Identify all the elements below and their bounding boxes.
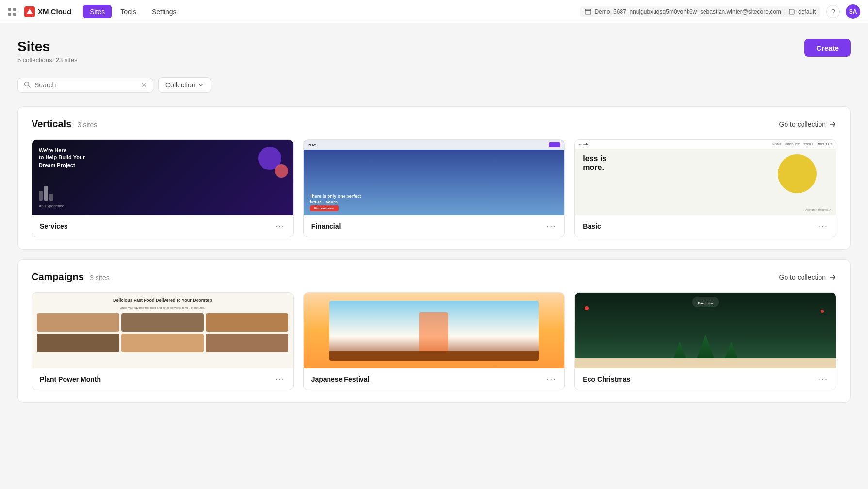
site-card-thumb-services: We're Hereto Help Build YourDream Projec… (32, 140, 293, 215)
svg-rect-5 (585, 9, 591, 14)
page-header: Sites 5 collections, 23 sites Create (17, 39, 851, 64)
site-card-ecochristmas[interactable]: Eochinins Eco Christmas (574, 292, 836, 390)
site-card-name-plant: Plant Power Month (40, 375, 101, 383)
search-input[interactable] (34, 81, 137, 89)
search-icon (24, 81, 31, 89)
site-card-menu-japanese[interactable]: ··· (546, 374, 557, 384)
site-card-menu-services[interactable]: ··· (275, 221, 285, 231)
logo-icon (24, 6, 35, 17)
page-body: Sites 5 collections, 23 sites Create ✕ C… (0, 23, 868, 428)
logo-label: XM Cloud (38, 7, 71, 16)
site-card-info-japanese: Japanese Festival ··· (304, 368, 565, 390)
site-card-menu-basic[interactable]: ··· (818, 221, 828, 231)
site-card-thumb-japanese (304, 293, 565, 368)
site-card-info-ecochristmas: Eco Christmas ··· (575, 368, 836, 390)
site-card-name-ecochristmas: Eco Christmas (583, 375, 630, 383)
topnav-links: Sites Tools Settings (83, 5, 183, 18)
svg-rect-9 (790, 12, 792, 12)
site-card-info-services: Services ··· (32, 215, 293, 237)
campaigns-cards-grid: Delicious Fast Food Delivered to Your Do… (32, 292, 836, 390)
section-title-verticals: Verticals (32, 118, 71, 129)
verticals-cards-grid: We're Hereto Help Build YourDream Projec… (32, 139, 836, 237)
goto-verticals[interactable]: Go to collection (779, 120, 837, 128)
collection-filter-button[interactable]: Collection (158, 77, 211, 93)
top-nav: XM Cloud Sites Tools Settings Demo_5687_… (0, 0, 868, 23)
page-title: Sites (17, 39, 78, 54)
default-icon (788, 8, 795, 15)
svg-line-11 (29, 85, 31, 87)
section-count-verticals: 3 sites (78, 121, 97, 129)
env-badge: Demo_5687_nnujgubxuqsq5m0vohk6w_sebastia… (580, 6, 820, 17)
section-title-group-campaigns: Campaigns 3 sites (32, 271, 110, 283)
site-card-services[interactable]: We're Hereto Help Build YourDream Projec… (32, 139, 294, 237)
site-card-info-basic: Basic ··· (575, 215, 836, 237)
page-title-group: Sites 5 collections, 23 sites (17, 39, 78, 64)
env-sep: | (784, 8, 786, 15)
site-card-name-services: Services (40, 222, 68, 230)
site-card-name-financial: Financial (311, 222, 341, 230)
goto-campaigns-label: Go to collection (779, 273, 826, 281)
page-subtitle: 5 collections, 23 sites (17, 56, 78, 64)
svg-marker-4 (27, 9, 33, 14)
svg-rect-8 (790, 11, 793, 11)
site-card-thumb-plant: Delicious Fast Food Delivered to Your Do… (32, 293, 293, 368)
logo: XM Cloud (24, 6, 71, 17)
site-card-thumb-financial: PLAY There is only one perfectfuture - y… (304, 140, 565, 215)
env-icon (585, 8, 591, 15)
chevron-down-icon (198, 82, 204, 88)
site-card-japanese[interactable]: Japanese Festival ··· (303, 292, 565, 390)
nav-settings[interactable]: Settings (145, 5, 183, 18)
site-card-basic[interactable]: mnmlst. HOME PRODUCT STORE ABOUT US (574, 139, 836, 237)
svg-rect-3 (13, 13, 16, 16)
create-button[interactable]: Create (804, 39, 851, 57)
avatar-initials: SA (849, 8, 857, 15)
nav-sites[interactable]: Sites (83, 5, 112, 18)
section-title-group-verticals: Verticals 3 sites (32, 118, 97, 130)
filter-bar: ✕ Collection (17, 77, 851, 93)
collection-filter-label: Collection (165, 81, 195, 89)
topnav-right: Demo_5687_nnujgubxuqsq5m0vohk6w_sebastia… (580, 4, 860, 19)
nav-tools[interactable]: Tools (114, 5, 143, 18)
svg-rect-0 (8, 8, 11, 11)
site-card-info-plant: Plant Power Month ··· (32, 368, 293, 390)
site-card-name-basic: Basic (583, 222, 601, 230)
section-title-campaigns: Campaigns (32, 271, 84, 282)
svg-rect-6 (585, 10, 591, 11)
section-header-verticals: Verticals 3 sites Go to collection (32, 118, 836, 130)
site-card-name-japanese: Japanese Festival (311, 375, 370, 383)
grid-menu-icon[interactable] (8, 7, 16, 16)
site-card-info-financial: Financial ··· (304, 215, 565, 237)
site-card-thumb-ecochristmas: Eochinins (575, 293, 836, 368)
help-button[interactable]: ? (826, 5, 840, 18)
svg-rect-2 (8, 13, 11, 16)
section-header-campaigns: Campaigns 3 sites Go to collection (32, 271, 836, 283)
clear-search-icon[interactable]: ✕ (141, 81, 147, 89)
arrow-right-icon (829, 120, 836, 128)
site-card-thumb-basic: mnmlst. HOME PRODUCT STORE ABOUT US (575, 140, 836, 215)
arrow-right-icon-campaigns (829, 273, 836, 281)
section-count-campaigns: 3 sites (90, 274, 109, 282)
user-avatar[interactable]: SA (846, 4, 860, 19)
default-label: default (798, 8, 816, 15)
site-card-menu-ecochristmas[interactable]: ··· (818, 374, 828, 384)
help-icon: ? (831, 8, 835, 16)
svg-rect-1 (13, 8, 16, 11)
site-card-menu-financial[interactable]: ··· (546, 221, 557, 231)
goto-verticals-label: Go to collection (779, 120, 826, 128)
search-wrap: ✕ (17, 78, 153, 93)
goto-campaigns[interactable]: Go to collection (779, 273, 837, 281)
site-card-menu-plant[interactable]: ··· (275, 374, 285, 384)
env-label: Demo_5687_nnujgubxuqsq5m0vohk6w_sebastia… (594, 8, 781, 15)
site-card-plant[interactable]: Delicious Fast Food Delivered to Your Do… (32, 292, 294, 390)
section-campaigns: Campaigns 3 sites Go to collection Delic… (17, 259, 851, 403)
site-card-financial[interactable]: PLAY There is only one perfectfuture - y… (303, 139, 565, 237)
section-verticals: Verticals 3 sites Go to collection We're… (17, 106, 851, 250)
